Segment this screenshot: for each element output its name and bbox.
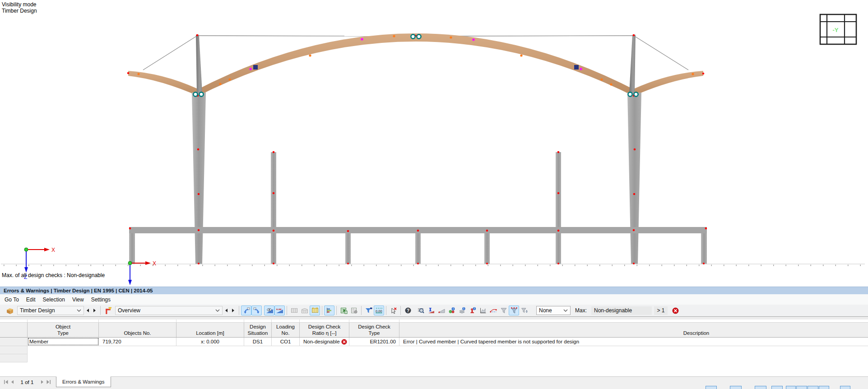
- error-x-icon: [341, 339, 347, 345]
- panel-title-text: Errors & Warnings | Timber Design | EN 1…: [4, 288, 153, 293]
- concrete-members[interactable]: [129, 93, 707, 264]
- svg-text:0,00: 0,00: [376, 309, 382, 313]
- cell-description[interactable]: Error | Curved member | Curved tapered m…: [399, 338, 868, 346]
- module-prev-button[interactable]: [84, 306, 91, 315]
- table-color-icon[interactable]: [310, 306, 320, 315]
- page-label: 1 of 1: [15, 380, 39, 385]
- jump-forward-icon[interactable]: [251, 306, 262, 315]
- funnel-plain-icon[interactable]: [498, 306, 509, 315]
- module-next-button[interactable]: [91, 306, 98, 315]
- header-design-check-type[interactable]: Design CheckType: [349, 323, 399, 337]
- info-layers-icon[interactable]: [457, 306, 467, 315]
- header-objects-no[interactable]: Objects No.: [99, 323, 176, 337]
- funnel-drop-icon[interactable]: [519, 306, 529, 315]
- view-next-button[interactable]: [230, 306, 237, 315]
- prev-page-icon[interactable]: [9, 377, 15, 387]
- max-value-field[interactable]: Non-designable: [591, 306, 652, 315]
- decimal-places-icon[interactable]: 0,00: [374, 306, 384, 315]
- timber-arch[interactable]: [128, 33, 703, 97]
- menu-view[interactable]: View: [69, 294, 88, 305]
- chevron-down-icon: [77, 309, 81, 312]
- panel-toolbar: Timber Design Overview x.xx: [0, 305, 868, 317]
- empty-row-handles: [0, 346, 28, 362]
- table-row[interactable]: Member 719,720 x: 0.000 DS1 CO1 Non-desi…: [0, 338, 868, 346]
- chart-icon[interactable]: [324, 306, 334, 315]
- table-pager: 1 of 1: [0, 377, 51, 387]
- origin-x-label: X: [153, 260, 156, 267]
- row-handle[interactable]: [0, 338, 28, 346]
- header-row-handle: [0, 323, 28, 337]
- excel-settings-icon[interactable]: [349, 306, 359, 315]
- result-values-icon[interactable]: x.xx: [274, 306, 285, 315]
- table-header-row: ObjectType Objects No. Location [m] Desi…: [0, 322, 868, 338]
- module-combobox-value: Timber Design: [20, 307, 77, 314]
- view-prev-button[interactable]: [223, 306, 230, 315]
- diagram-axes-icon[interactable]: [478, 306, 488, 315]
- info-number-icon[interactable]: [467, 306, 478, 315]
- header-loading-no[interactable]: LoadingNo.: [272, 323, 300, 337]
- chevron-down-icon: [215, 309, 220, 312]
- menu-selection[interactable]: Selection: [39, 294, 69, 305]
- max-label: Max:: [575, 307, 587, 314]
- svg-text:?: ?: [406, 308, 409, 313]
- error-x-icon: [672, 307, 679, 314]
- filter-combobox[interactable]: None: [536, 306, 571, 315]
- excel-export-icon[interactable]: [339, 306, 349, 315]
- table-slab-icon[interactable]: [299, 306, 310, 315]
- header-object-type[interactable]: ObjectType: [28, 323, 99, 337]
- module-combobox[interactable]: Timber Design: [17, 306, 84, 315]
- header-description[interactable]: Description: [399, 323, 868, 337]
- nav-cube-face-label: -Y: [833, 27, 839, 33]
- header-location[interactable]: Location [m]: [176, 323, 244, 337]
- smooth-line-icon[interactable]: [488, 306, 498, 315]
- table-icon[interactable]: [289, 306, 299, 315]
- menu-goto[interactable]: Go To: [1, 294, 23, 305]
- header-design-situation[interactable]: DesignSituation: [244, 323, 272, 337]
- svg-text:x.xx: x.xx: [276, 308, 282, 310]
- result-view-combobox-value: Overview: [118, 307, 215, 314]
- max-value-text: Non-designable: [594, 307, 632, 314]
- threshold-button[interactable]: > 1: [654, 306, 668, 315]
- find-icon[interactable]: [415, 306, 426, 315]
- ramp-gray-icon[interactable]: [436, 306, 446, 315]
- module-icon: [5, 306, 15, 315]
- first-page-icon[interactable]: [3, 377, 9, 387]
- filter-combobox-value: None: [539, 307, 563, 314]
- visibility-mode-label: Visibility mode: [2, 1, 36, 8]
- chevron-down-icon: [563, 309, 568, 312]
- table-top-strip2: [0, 320, 868, 322]
- overview-icon: [102, 306, 113, 315]
- model-viewport[interactable]: X Z X Visibility mode Timber Design Max.…: [0, 0, 868, 287]
- ramp-i-icon[interactable]: [426, 306, 436, 315]
- axis-x-label: X: [51, 247, 55, 253]
- funnel-points-icon[interactable]: [509, 306, 519, 315]
- section-markers[interactable]: [253, 65, 579, 69]
- result-eye-icon[interactable]: [264, 306, 274, 315]
- filter-funnel-icon[interactable]: [363, 306, 374, 315]
- cell-location[interactable]: x: 0.000: [176, 338, 244, 346]
- cell-design-check-ratio[interactable]: Non-designable: [300, 338, 349, 346]
- deselect-icon[interactable]: [388, 306, 399, 315]
- cell-design-situation[interactable]: DS1: [244, 338, 272, 346]
- intermediate-nodes[interactable]: [137, 35, 694, 85]
- cell-objects-no[interactable]: 719,720: [99, 338, 176, 346]
- menu-settings[interactable]: Settings: [88, 294, 114, 305]
- cell-loading-no[interactable]: CO1: [272, 338, 300, 346]
- max-design-check-note: Max. of all design checks : Non-designab…: [2, 272, 105, 278]
- result-view-combobox[interactable]: Overview: [115, 306, 223, 315]
- info-colors-icon[interactable]: [446, 306, 457, 315]
- design-mode-label: Timber Design: [2, 8, 37, 14]
- panel-menubar: Go To Edit Selection View Settings: [0, 294, 868, 305]
- panel-title-bar: Errors & Warnings | Timber Design | EN 1…: [0, 287, 868, 294]
- help-icon[interactable]: ?: [403, 306, 413, 315]
- structure-canvas[interactable]: X Z X: [0, 0, 868, 287]
- jump-back-icon[interactable]: [241, 306, 251, 315]
- cell-design-check-type[interactable]: ER1201.00: [349, 338, 399, 346]
- next-page-icon[interactable]: [39, 377, 45, 387]
- cell-object-type[interactable]: Member: [28, 338, 99, 346]
- header-design-check-ratio[interactable]: Design CheckRatio η [--]: [300, 323, 349, 337]
- last-page-icon[interactable]: [45, 377, 51, 387]
- errors-table: ObjectType Objects No. Location [m] Desi…: [0, 317, 868, 376]
- menu-edit[interactable]: Edit: [23, 294, 39, 305]
- tab-errors-warnings[interactable]: Errors & Warnings: [56, 376, 111, 387]
